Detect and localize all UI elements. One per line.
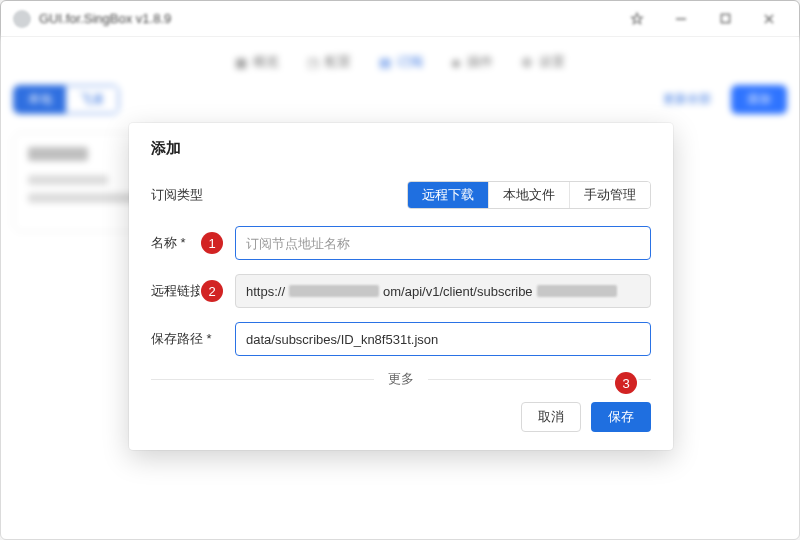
- callout-1: 1: [201, 232, 223, 254]
- subtab-other[interactable]: 飞速: [66, 86, 118, 113]
- window-title: GUI.for.SingBox v1.8.9: [39, 11, 171, 26]
- row-path: 保存路径 *: [151, 322, 651, 356]
- titlebar: GUI.for.SingBox v1.8.9: [1, 1, 799, 37]
- save-button[interactable]: 保存: [591, 402, 651, 432]
- type-label: 订阅类型: [151, 186, 235, 204]
- pin-icon[interactable]: [615, 4, 659, 34]
- callout-2: 2: [201, 280, 223, 302]
- type-segmented: 远程下载 本地文件 手动管理: [407, 181, 651, 209]
- seg-remote[interactable]: 远程下载: [408, 182, 488, 208]
- subtabs: 本地 飞速: [13, 85, 119, 114]
- subtab-local[interactable]: 本地: [14, 86, 66, 113]
- tab-overview[interactable]: ▦ 概览: [235, 53, 279, 71]
- link-input[interactable]: https:// om/api/v1/client/subscribe: [235, 274, 651, 308]
- modal-footer: 3 取消 保存: [151, 402, 651, 432]
- add-button[interactable]: 添加: [731, 85, 787, 114]
- tab-settings[interactable]: ⚙ 设置: [521, 53, 565, 71]
- app-window: GUI.for.SingBox v1.8.9 ▦ 概览 ◳ 配置 ▤ 订阅 ◈ …: [0, 0, 800, 540]
- redacted-token: [537, 285, 617, 297]
- callout-3: 3: [615, 372, 637, 394]
- svg-rect-1: [721, 14, 729, 22]
- main-tabs: ▦ 概览 ◳ 配置 ▤ 订阅 ◈ 插件 ⚙ 设置: [13, 53, 787, 71]
- row-name: 名称 * 1: [151, 226, 651, 260]
- redacted-host: [289, 285, 379, 297]
- tab-subscriptions[interactable]: ▤ 订阅: [379, 53, 423, 71]
- add-subscription-modal: 添加 订阅类型 远程下载 本地文件 手动管理 名称 * 1 远程链接 * 2: [129, 123, 673, 450]
- seg-manual[interactable]: 手动管理: [569, 182, 650, 208]
- tab-config[interactable]: ◳ 配置: [307, 53, 351, 71]
- close-icon[interactable]: [747, 4, 791, 34]
- app-icon: [13, 10, 31, 28]
- minimize-icon[interactable]: [659, 4, 703, 34]
- more-divider[interactable]: 更多: [151, 370, 651, 388]
- maximize-icon[interactable]: [703, 4, 747, 34]
- tab-plugins[interactable]: ◈ 插件: [451, 53, 493, 71]
- path-label: 保存路径 *: [151, 330, 235, 348]
- path-input[interactable]: [235, 322, 651, 356]
- row-link: 远程链接 * 2 https:// om/api/v1/client/subsc…: [151, 274, 651, 308]
- row-type: 订阅类型 远程下载 本地文件 手动管理: [151, 178, 651, 212]
- refresh-all-link[interactable]: 更新全部: [663, 91, 711, 108]
- name-input[interactable]: [235, 226, 651, 260]
- cancel-button[interactable]: 取消: [521, 402, 581, 432]
- seg-local[interactable]: 本地文件: [488, 182, 569, 208]
- modal-title: 添加: [151, 139, 651, 158]
